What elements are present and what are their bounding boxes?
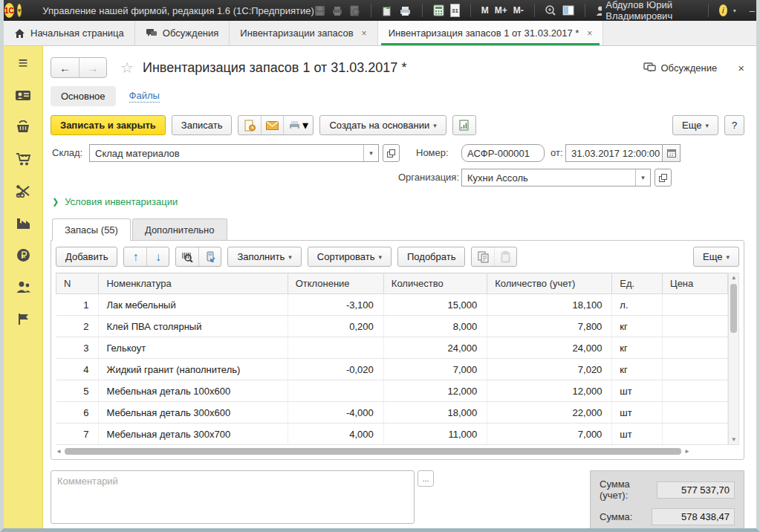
vertical-scroll-thumb[interactable] [730,284,737,333]
form-more-button[interactable]: Еще▾ [672,115,718,135]
info-icon[interactable]: i [719,4,727,16]
scroll-right-icon[interactable]: ► [684,447,690,456]
pick-button[interactable]: Подобрать [397,247,465,267]
purchases-icon[interactable] [15,151,31,167]
preview-icon[interactable] [349,4,360,17]
totals-panel: Сумма (учет): 577 537,70 Сумма: 578 438,… [590,470,744,531]
memory-plus-button[interactable]: M+ [495,5,507,16]
money-icon[interactable] [15,247,31,263]
fill-menu-button[interactable]: Заполнить▾ [227,247,301,267]
comment-input[interactable]: Комментарий [51,470,415,524]
table-row[interactable]: 5 Мебельная деталь 100х600 12,000 12,000… [56,380,728,402]
move-down-icon[interactable]: ↓ [146,247,169,266]
grid-more-button[interactable]: Еще▾ [693,247,739,267]
zoom-icon[interactable] [545,4,556,17]
calendar-icon[interactable]: 31 [450,4,460,17]
tab-close-icon[interactable]: × [587,28,592,39]
production-icon[interactable] [15,215,31,231]
help-button[interactable]: ? [724,115,744,135]
split-panel-icon[interactable] [562,4,574,17]
divider [371,4,371,17]
warehouse-dropdown-icon[interactable]: ▾ [363,145,378,161]
copy-rows-icon[interactable] [472,247,494,266]
document-form: ← → ☆ Инвентаризация запасов 1 от 31.03.… [43,46,756,531]
date-picker-icon[interactable] [662,145,680,161]
company-icon[interactable] [15,311,31,327]
comment-more-button[interactable]: ... [418,470,434,487]
scroll-down-icon[interactable]: ▼ [731,435,737,444]
sum-acc-label: Сумма (учет): [600,479,657,501]
reports-icon[interactable] [453,116,475,134]
table-vertical-scrollbar[interactable]: ▲ ▼ [728,273,739,445]
data-terminal-icon[interactable] [198,247,221,266]
attach-link-icon[interactable] [381,4,393,17]
warehouse-label: Склад: [52,144,82,162]
create-based-on-button[interactable]: Создать на основании▾ [319,115,446,135]
sections-menu-icon[interactable]: ≡ [15,55,31,71]
history-back-button[interactable]: ← [51,58,79,77]
warehouse-open-button[interactable] [383,144,400,162]
tab-additional[interactable]: Дополнительно [132,218,227,241]
main-menu-button[interactable]: ▾ [17,4,22,17]
number-field[interactable]: АСФР-000001 [461,144,545,162]
table-horizontal-scrollbar[interactable]: ◄ ► [56,447,739,456]
fax-icon[interactable] [399,4,412,17]
tab-inventories-list[interactable]: Инвентаризации запасов × [230,21,377,45]
organization-dropdown-icon[interactable]: ▾ [635,169,650,186]
organization-open-button[interactable] [655,169,672,186]
discussion-link[interactable]: Обсуждение [643,62,717,74]
form-close-icon[interactable]: × [738,62,744,74]
memory-minus-button[interactable]: M- [513,5,524,16]
current-user[interactable]: Абдулов Юрий Владимирович [596,0,698,22]
info-caret-icon[interactable]: ▾ [733,7,736,14]
favorite-star-icon[interactable]: ☆ [120,59,134,77]
divider [422,4,423,17]
inventory-conditions-toggle[interactable]: ❯ Условия инвентаризации [52,196,744,207]
table-header-row[interactable]: N Номенклатура Отклонение Количество Кол… [56,273,728,294]
table-row[interactable]: 4 Жидкий гранит (наполнитель) -0,020 7,0… [56,359,728,380]
history-forward-button[interactable]: → [79,58,106,77]
date-field[interactable]: 31.03.2017 12:00:00 [565,144,681,162]
move-up-icon[interactable]: ↑ [124,247,146,266]
table-row[interactable]: 1 Лак мебельный -3,100 15,000 18,100 л. [56,294,728,316]
minimize-button[interactable]: – [750,5,755,16]
expand-chevron-icon: ❯ [52,197,59,207]
subtab-main[interactable]: Основное [51,86,116,106]
tab-stocks[interactable]: Запасы (55) [52,218,131,241]
print-menu-button[interactable]: ▾ [283,116,313,134]
tab-close-icon[interactable]: × [362,28,367,39]
email-icon[interactable] [261,116,283,134]
subtab-files[interactable]: Файлы [129,90,160,103]
save-icon[interactable] [314,4,325,17]
table-row[interactable]: 3 Гелькоут 24,000 24,000 кг [56,337,728,359]
discussion-icon [643,62,656,73]
paste-rows-icon[interactable] [494,247,516,266]
number-label: Номер: [416,144,449,162]
table-row[interactable]: 7 Мебельная деталь 300х700 4,000 11,000 … [56,424,728,445]
organization-combo[interactable]: Кухни Ассоль ▾ [461,169,651,186]
save-and-close-button[interactable]: Записать и закрыть [51,115,166,135]
app-title: Управление нашей фирмой, редакция 1.6 (1… [42,5,314,16]
scroll-left-icon[interactable]: ◄ [56,447,62,456]
tab-inventory-document[interactable]: Инвентаризация запасов 1 от 31.03.2017 *… [378,21,604,45]
barcode-search-icon[interactable] [176,247,198,266]
calculator-icon[interactable] [433,4,444,17]
sort-menu-button[interactable]: Сортировать▾ [308,247,392,267]
tab-home[interactable]: Начальная страница [4,21,135,45]
tab-discussions[interactable]: Обсуждения [135,21,230,45]
works-icon[interactable] [15,183,31,199]
table-row[interactable]: 6 Мебельная деталь 300х600 -4,000 18,000… [56,402,728,424]
stocks-table[interactable]: N Номенклатура Отклонение Количество Кол… [56,273,728,445]
sales-icon[interactable] [15,119,31,135]
print-icon[interactable] [331,4,343,17]
personnel-icon[interactable] [15,279,31,295]
warehouse-combo[interactable]: Склад материалов ▾ [89,144,379,162]
crm-icon[interactable] [15,87,31,103]
table-row[interactable]: 2 Клей ПВА столярный 0,200 8,000 7,800 к… [56,316,728,337]
memory-button[interactable]: M [481,5,489,16]
postpone-icon[interactable] [238,116,261,134]
save-button[interactable]: Записать [172,115,233,135]
horizontal-scroll-thumb[interactable] [65,448,681,455]
scroll-up-icon[interactable]: ▲ [731,273,737,282]
add-row-button[interactable]: Добавить [56,247,117,267]
